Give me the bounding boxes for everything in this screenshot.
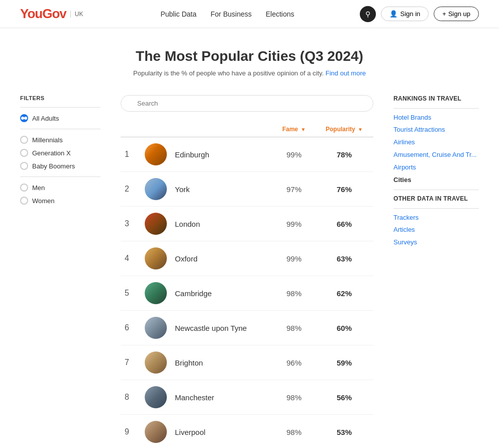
city-popularity: 56% (319, 393, 369, 402)
other-title: OTHER DATA IN TRAVEL (393, 195, 479, 203)
search-input[interactable] (121, 95, 373, 112)
table-row[interactable]: 3 London 99% 66% (121, 207, 373, 241)
city-popularity: 76% (319, 185, 369, 194)
nav-elections[interactable]: Elections (266, 10, 294, 18)
city-image (145, 317, 167, 339)
filter-label-millennials: Millennials (32, 136, 63, 144)
city-name: York (175, 185, 269, 194)
search-icon-button[interactable]: ⚲ (360, 6, 376, 22)
city-rank: 1 (125, 150, 145, 159)
signup-button[interactable]: + Sign up (434, 7, 479, 21)
table-row[interactable]: 4 Oxford 99% 63% (121, 241, 373, 276)
city-name: Oxford (175, 254, 269, 263)
city-image (145, 247, 167, 270)
filter-label-women: Women (32, 197, 55, 205)
city-rows-container: 1 Edinburgh 99% 78% 2 York 97% 76% 3 Lon (121, 137, 373, 448)
city-image (145, 178, 167, 200)
city-rank: 6 (125, 323, 145, 332)
table-row[interactable]: 1 Edinburgh 99% 78% (121, 137, 373, 172)
filter-label-men: Men (32, 184, 45, 192)
sidebar-link-airlines[interactable]: Airlines (393, 138, 479, 147)
plus-icon: + (442, 10, 446, 18)
table-row[interactable]: 7 Brighton 96% 59% (121, 345, 373, 380)
page-title: The Most Popular Cities (Q3 2024) (20, 48, 479, 64)
filter-divider-top (20, 107, 101, 108)
city-fame: 96% (269, 359, 319, 367)
sidebar-link-airports[interactable]: Airports (393, 163, 479, 172)
sidebar-link-surveys[interactable]: Surveys (393, 238, 479, 247)
col-fame-header[interactable]: Fame ▼ (269, 126, 319, 133)
city-image (145, 421, 167, 443)
logo-text: YouGov (20, 6, 66, 22)
sidebar-link-articles[interactable]: Articles (393, 226, 479, 234)
find-out-more-link[interactable]: Find out more (326, 69, 366, 77)
rankings-title: RANKINGS IN TRAVEL (393, 95, 479, 103)
city-name: Liverpool (175, 428, 269, 436)
city-rank: 7 (125, 358, 145, 367)
city-rank: 5 (125, 289, 145, 298)
table-row[interactable]: 8 Manchester 98% 56% (121, 380, 373, 415)
filter-radio-millennials (20, 136, 28, 144)
city-fame: 99% (269, 220, 319, 228)
signin-button[interactable]: 👤 Sign in (381, 7, 429, 21)
city-rank: 4 (125, 254, 145, 263)
table-area: 🔍 Fame ▼ Popularity ▼ 1 (121, 95, 373, 448)
header-actions: ⚲ 👤 Sign in + Sign up (360, 6, 479, 22)
city-fame: 98% (269, 393, 319, 402)
other-divider-2 (393, 208, 479, 209)
content-area: FILTERS All Adults Millennials Generatio… (20, 95, 479, 448)
filter-men[interactable]: Men (20, 181, 101, 194)
city-rank: 8 (125, 393, 145, 402)
city-popularity: 59% (319, 359, 369, 367)
search-icon: ⚲ (365, 10, 370, 18)
sidebar-link-hotel-brands[interactable]: Hotel Brands (393, 114, 479, 122)
city-image (145, 282, 167, 304)
city-popularity: 62% (319, 289, 369, 298)
filters-sidebar: FILTERS All Adults Millennials Generatio… (20, 95, 101, 448)
filters-title: FILTERS (20, 95, 101, 101)
city-rank: 9 (125, 427, 145, 436)
table-row[interactable]: 5 Cambridge 98% 62% (121, 276, 373, 311)
main-nav: Public Data For Business Elections (95, 10, 359, 18)
city-fame: 98% (269, 324, 319, 332)
city-rank: 2 (125, 185, 145, 194)
city-name: London (175, 220, 269, 228)
filter-millennials[interactable]: Millennials (20, 133, 101, 146)
table-row[interactable]: 6 Newcastle upon Tyne 98% 60% (121, 311, 373, 345)
filter-all-adults[interactable]: All Adults (20, 112, 101, 125)
fame-sort-arrow: ▼ (301, 127, 306, 132)
logo: YouGov UK (20, 6, 83, 22)
filter-generation-x[interactable]: Generation X (20, 146, 101, 159)
filter-label-generation-x: Generation X (32, 149, 71, 157)
nav-public-data[interactable]: Public Data (160, 10, 196, 18)
city-name: Edinburgh (175, 150, 269, 159)
right-sidebar: RANKINGS IN TRAVEL Hotel Brands Tourist … (393, 95, 479, 448)
city-popularity: 63% (319, 254, 369, 263)
city-popularity: 66% (319, 220, 369, 228)
sidebar-link-trackers[interactable]: Trackers (393, 214, 479, 222)
city-rank: 3 (125, 219, 145, 228)
filter-radio-baby-boomers (20, 162, 28, 170)
col-popularity-header[interactable]: Popularity ▼ (319, 126, 369, 133)
table-row[interactable]: 9 Liverpool 98% 53% (121, 415, 373, 448)
header: YouGov UK Public Data For Business Elect… (0, 0, 499, 28)
sidebar-link-cities[interactable]: Cities (393, 176, 479, 185)
sidebar-link-amusement[interactable]: Amusement, Cruise And Tr... (393, 151, 479, 159)
filter-baby-boomers[interactable]: Baby Boomers (20, 159, 101, 172)
city-name: Brighton (175, 359, 269, 367)
subtitle: Popularity is the % of people who have a… (20, 69, 479, 77)
logo-region: UK (70, 11, 83, 18)
city-image (145, 143, 167, 165)
filter-women[interactable]: Women (20, 194, 101, 207)
main-content: The Most Popular Cities (Q3 2024) Popula… (0, 28, 499, 448)
table-row[interactable]: 2 York 97% 76% (121, 172, 373, 207)
filter-radio-generation-x (20, 149, 28, 157)
sidebar-link-tourist-attractions[interactable]: Tourist Attractions (393, 126, 479, 134)
user-icon: 👤 (389, 10, 397, 18)
nav-for-business[interactable]: For Business (211, 10, 252, 18)
city-name: Manchester (175, 393, 269, 402)
filter-radio-men (20, 184, 28, 192)
city-name: Newcastle upon Tyne (175, 324, 269, 332)
city-fame: 98% (269, 428, 319, 436)
filter-label-all-adults: All Adults (32, 115, 59, 122)
